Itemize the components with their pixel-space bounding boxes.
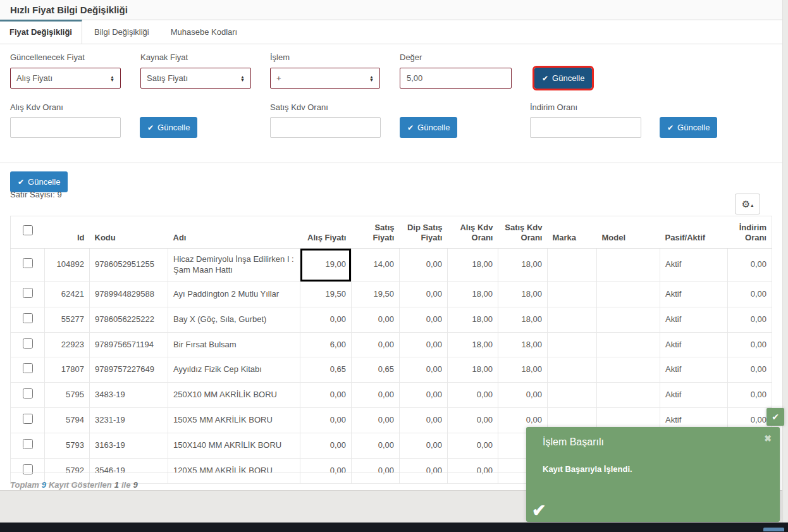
cell-kodu: 3163-19 xyxy=(90,433,168,459)
footer-ile: ile xyxy=(121,480,130,490)
gear-icon: ⚙ xyxy=(742,199,750,210)
check-icon: ✔ xyxy=(407,123,414,132)
cell-alis_kdv: 0,00 xyxy=(448,408,498,433)
cell-model xyxy=(597,383,660,408)
cell-id: 5795 xyxy=(45,383,90,408)
cell-indirim: 0,00 xyxy=(728,307,772,332)
toast-success[interactable]: İşlem Başarılı ✖ Kayıt Başarıyla İşlendi… xyxy=(526,427,780,522)
cell-satis: 14,00 xyxy=(352,249,400,282)
footer-to: 9 xyxy=(133,480,137,490)
cell-dip: 0,00 xyxy=(400,357,448,383)
kaynak-fiyat-select[interactable]: Satış Fiyatı ▲▼ xyxy=(140,68,251,89)
check-icon: ✔ xyxy=(542,74,548,83)
cell-id: 55277 xyxy=(45,307,90,332)
guncellenecek-fiyat-select[interactable]: Alış Fiyatı ▲▼ xyxy=(10,68,121,89)
cell-satis_kdv: 0,00 xyxy=(498,383,548,408)
tab-bilgi-degisikligi[interactable]: Bilgi Değişikliği xyxy=(85,20,159,44)
price-update-form: Güncellenecek Fiyat Kaynak Fiyat İşlem D… xyxy=(0,44,782,163)
cell-indirim: 0,00 xyxy=(728,332,772,357)
tab-muhasebe-kodlari[interactable]: Muhasebe Kodları xyxy=(161,20,247,44)
cell-model xyxy=(597,307,660,332)
cell-dip: 0,00 xyxy=(400,408,448,433)
cell-adi: Hicaz Demiryolu İnşa Edilirken I : Şam M… xyxy=(168,249,300,282)
row-checkbox[interactable] xyxy=(23,338,33,349)
column-header-alis_kdv: Alış Kdv Oranı xyxy=(448,216,498,249)
cell-dip: 0,00 xyxy=(400,281,448,307)
cell-durum: Aktif xyxy=(660,281,728,307)
cell-satis: 0,00 xyxy=(352,332,400,357)
islem-value: + xyxy=(276,73,281,83)
guncelle-fiyat-button[interactable]: ✔ Güncelle xyxy=(534,68,592,89)
check-icon: ✔ xyxy=(667,123,674,132)
guncelle-label: Güncelle xyxy=(677,123,710,132)
guncelle-indirim-button[interactable]: ✔ Güncelle xyxy=(660,117,717,138)
islem-select[interactable]: + ▲▼ xyxy=(270,68,380,89)
row-checkbox[interactable] xyxy=(23,313,33,323)
cell-model xyxy=(597,357,660,383)
table-settings-button[interactable]: ⚙ ▴ xyxy=(735,194,760,214)
row-checkbox[interactable] xyxy=(23,414,33,424)
cell-id: 17807 xyxy=(45,357,90,383)
tab-bar: Fiyat Değişikliği Bilgi Değişikliği Muha… xyxy=(0,20,782,44)
footer-toplam: Toplam xyxy=(10,480,39,490)
deger-input[interactable] xyxy=(400,68,512,89)
row-checkbox[interactable] xyxy=(23,388,33,399)
deger-label: Değer xyxy=(400,53,422,62)
guncelle-label: Güncelle xyxy=(417,123,450,132)
row-checkbox[interactable] xyxy=(23,439,33,449)
column-header-durum: Pasif/Aktif xyxy=(660,216,728,249)
guncellenecek-fiyat-label: Güncellenecek Fiyat xyxy=(10,53,85,62)
toast-message: Kayıt Başarıyla İşlendi. xyxy=(543,464,632,474)
cell-satis: 19,50 xyxy=(352,281,400,307)
cell-satis_kdv: 18,00 xyxy=(498,357,548,383)
column-header-adi: Adı xyxy=(168,216,300,249)
column-header-kodu: Kodu xyxy=(90,216,168,249)
kaynak-fiyat-label: Kaynak Fiyat xyxy=(140,53,188,62)
guncelle-alis-kdv-button[interactable]: ✔ Güncelle xyxy=(140,117,197,138)
bottom-right-widget[interactable] xyxy=(763,528,784,531)
cell-durum: Aktif xyxy=(660,307,728,332)
row-checkbox[interactable] xyxy=(23,363,33,373)
guncellenecek-fiyat-value: Alış Fiyatı xyxy=(16,73,52,83)
guncelle-satis-kdv-button[interactable]: ✔ Güncelle xyxy=(400,117,457,138)
satis-kdv-input[interactable] xyxy=(270,117,381,138)
tab-fiyat-degisikligi[interactable]: Fiyat Değişikliği xyxy=(0,20,82,44)
cell-indirim: 0,00 xyxy=(728,357,772,383)
table-row: 57953483-19250X10 MM AKRİLİK BORU0,000,0… xyxy=(11,383,772,408)
cell-dip: 0,00 xyxy=(400,249,448,282)
select-arrows-icon: ▲▼ xyxy=(110,75,114,82)
toast-success-mini[interactable]: ✔ xyxy=(766,408,784,426)
cell-adi: 150X140 MM AKRİLİK BORU xyxy=(168,433,300,459)
cell-alis_kdv: 0,00 xyxy=(448,383,498,408)
cell-marka xyxy=(548,307,597,332)
cell-kodu: 9789757227649 xyxy=(90,357,168,383)
cell-satis_kdv: 18,00 xyxy=(498,281,548,307)
cell-marka xyxy=(548,357,597,383)
caret-up-icon: ▴ xyxy=(751,202,753,208)
scrollbar-track[interactable] xyxy=(782,0,788,523)
alis-kdv-input[interactable] xyxy=(10,117,121,138)
cell-adi: Ayı Paddington 2 Mutlu Yıllar xyxy=(168,281,300,307)
cell-alis_kdv: 0,00 xyxy=(448,433,498,459)
row-checkbox[interactable] xyxy=(23,288,33,298)
cell-kodu: 3483-19 xyxy=(90,383,168,408)
cell-durum: Aktif xyxy=(660,357,728,383)
cell-kodu: 9789756571194 xyxy=(90,332,168,357)
row-checkbox[interactable] xyxy=(23,258,33,268)
cell-satis: 0,00 xyxy=(352,408,400,433)
cell-satis: 0,00 xyxy=(352,433,400,459)
cell-alis: 0,00 xyxy=(300,383,352,408)
select-all-checkbox[interactable] xyxy=(23,225,33,235)
cell-id: 22923 xyxy=(45,332,90,357)
indirim-orani-label: İndirim Oranı xyxy=(530,102,577,112)
column-header-marka: Marka xyxy=(548,216,597,249)
indirim-orani-input[interactable] xyxy=(530,117,641,138)
cell-model xyxy=(597,332,660,357)
footer-from: 1 xyxy=(114,480,119,490)
close-icon[interactable]: ✖ xyxy=(764,433,772,443)
toast-title: İşlem Başarılı xyxy=(543,436,604,448)
screen: Hızlı Fiyat Bilgi Değişikliği Fiyat Deği… xyxy=(0,0,788,532)
cell-model xyxy=(597,249,660,282)
page-title: Hızlı Fiyat Bilgi Değişikliği xyxy=(10,4,128,15)
check-icon: ✔ xyxy=(772,412,779,422)
